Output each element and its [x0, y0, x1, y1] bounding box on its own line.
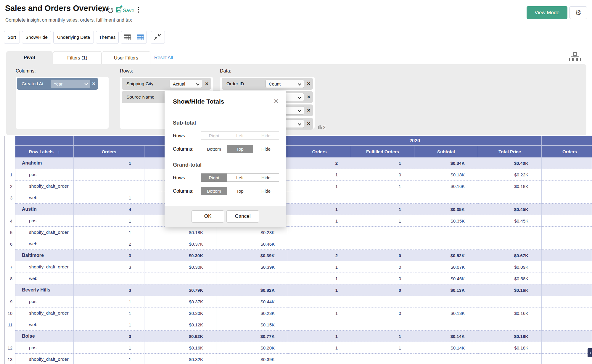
- segment-option-hide[interactable]: Hide: [253, 145, 279, 153]
- chip-granularity-dropdown[interactable]: Year: [51, 80, 90, 88]
- plain-table-icon[interactable]: [121, 31, 134, 44]
- dialog-body: Sub-totalRows:RightLeftHideColumns:Botto…: [165, 112, 286, 206]
- row-label: Baltimore: [15, 250, 73, 261]
- more-options-kebab-icon[interactable]: ⋮: [135, 6, 142, 14]
- sort-descending-icon[interactable]: ↓: [58, 149, 60, 154]
- cancel-button[interactable]: Cancel: [226, 210, 259, 223]
- totals-sigma-icon[interactable]: Σ: [318, 123, 327, 133]
- cell: $0.18K: [478, 181, 541, 192]
- save-button[interactable]: * Save: [116, 7, 134, 15]
- segment-option-bottom[interactable]: Bottom: [201, 187, 227, 195]
- row-number: [5, 284, 15, 296]
- segment-option-top[interactable]: Top: [227, 145, 253, 153]
- pivot-table: 2020Row Labels↓OrdersOrdersFulfilled Ord…: [4, 136, 592, 364]
- favorite-star-icon[interactable]: ☆: [98, 5, 105, 15]
- sort-button[interactable]: Sort: [4, 31, 20, 44]
- remove-chip-icon[interactable]: ✕: [307, 118, 311, 130]
- segment-option-bottom[interactable]: Bottom: [201, 145, 227, 153]
- cell: $0.67K: [478, 250, 541, 261]
- segment-option-hide[interactable]: Hide: [253, 173, 279, 182]
- remove-chip-icon[interactable]: ✕: [92, 78, 96, 90]
- show-hide-button[interactable]: Show/Hide: [22, 31, 51, 44]
- show-hide-totals-dialog: Show/Hide Totals ✕ Sub-totalRows:RightLe…: [165, 91, 286, 227]
- segment-option-hide[interactable]: Hide: [253, 187, 279, 195]
- cell: $0.77K: [216, 331, 288, 342]
- cell: $0.13K: [414, 284, 478, 296]
- cell: 1: [73, 227, 144, 238]
- cell: [541, 250, 592, 261]
- column-header-orders[interactable]: Orders: [288, 146, 351, 157]
- cell: 1: [288, 261, 351, 273]
- segment-option-right[interactable]: Right: [201, 131, 227, 140]
- cell: [541, 296, 592, 307]
- cell: [478, 227, 541, 238]
- segment-option-left[interactable]: Left: [227, 131, 253, 140]
- chip-aggregate-value: Count: [269, 81, 281, 86]
- scrollbar-thumb[interactable]: ◀: [588, 348, 592, 357]
- table-row: 5shopify_draft_order1$0.18K$0.23K: [5, 227, 592, 238]
- remove-chip-icon[interactable]: ✕: [205, 78, 209, 90]
- cell: 3: [73, 250, 144, 261]
- cell: 1: [288, 181, 351, 192]
- row-number: 2: [5, 181, 15, 192]
- section-heading: Grand-total: [173, 162, 279, 168]
- settings-button[interactable]: ⚙: [570, 6, 587, 19]
- chip-shipping-city[interactable]: Shipping City Actual ✕: [122, 78, 211, 90]
- row-label: shopify_draft_order: [15, 227, 73, 238]
- collapse-panel-button[interactable]: [151, 31, 165, 44]
- chip-created-at[interactable]: Created At Year ✕: [17, 78, 98, 90]
- column-header-row-labels[interactable]: Row Labels↓: [15, 146, 73, 157]
- cell: 1: [288, 273, 351, 284]
- row-number: 12: [5, 342, 15, 354]
- column-header-total-price[interactable]: Total Price: [478, 146, 541, 157]
- cell: $0.13K: [414, 307, 478, 319]
- cell: $0.30K: [144, 307, 216, 319]
- remove-chip-icon[interactable]: ✕: [307, 104, 311, 116]
- row-number: 9: [5, 296, 15, 307]
- table-view-toggle-group: [121, 31, 147, 44]
- cell: [414, 319, 478, 331]
- segment-option-top[interactable]: Top: [227, 187, 253, 195]
- row-label: web: [15, 192, 73, 204]
- segment-option-right[interactable]: Right: [201, 173, 227, 182]
- remove-chip-icon[interactable]: ✕: [307, 91, 311, 103]
- table-group-row: Baltimore3$0.30K$0.39K20$0.52K$0.67K: [5, 250, 592, 261]
- section-heading: Sub-total: [173, 120, 279, 126]
- cell: 1: [73, 215, 144, 227]
- column-header-orders[interactable]: Orders: [541, 146, 592, 157]
- close-icon[interactable]: ✕: [274, 98, 279, 105]
- tab-user-filters[interactable]: User Filters: [102, 51, 150, 64]
- row-label: Anaheim: [15, 157, 73, 169]
- cell: [541, 227, 592, 238]
- tab-pivot[interactable]: Pivot: [6, 51, 53, 64]
- reset-all-link[interactable]: Reset All: [154, 51, 173, 64]
- segmented-control: RightLeftHide: [201, 173, 279, 182]
- cell: [541, 157, 592, 169]
- ok-button[interactable]: OK: [192, 210, 224, 223]
- cell: [541, 181, 592, 192]
- underlying-data-button[interactable]: Underlying Data: [53, 31, 94, 44]
- cell: $0.18K: [414, 169, 478, 181]
- refresh-icon[interactable]: [107, 7, 114, 14]
- remove-chip-icon[interactable]: ✕: [307, 78, 311, 90]
- cell: [73, 273, 144, 284]
- tab-filters[interactable]: Filters (1): [53, 51, 102, 64]
- cell: [478, 192, 541, 204]
- chip-mode-dropdown[interactable]: Actual: [170, 80, 202, 88]
- cell: $0.32K: [144, 354, 216, 364]
- chip-order-id[interactable]: Order ID Count ✕: [222, 78, 313, 90]
- hierarchy-view-icon[interactable]: [569, 52, 581, 63]
- view-mode-button[interactable]: View Mode: [527, 6, 567, 19]
- cell: $0.45K: [478, 215, 541, 227]
- segment-option-left[interactable]: Left: [227, 173, 253, 182]
- chevron-down-icon: [196, 82, 199, 85]
- segment-option-hide[interactable]: Hide: [253, 131, 279, 140]
- themes-button[interactable]: Themes: [96, 31, 119, 44]
- cell: $0.39K: [216, 250, 288, 261]
- chip-aggregate-dropdown[interactable]: Count: [266, 80, 304, 88]
- column-header-fulfilled-orders[interactable]: Fulfilled Orders: [351, 146, 414, 157]
- formatted-table-icon[interactable]: [134, 31, 147, 44]
- row-label: shopify_draft_order: [15, 181, 73, 192]
- column-header-subtotal[interactable]: Subtotal: [414, 146, 478, 157]
- column-header-orders[interactable]: Orders: [73, 146, 144, 157]
